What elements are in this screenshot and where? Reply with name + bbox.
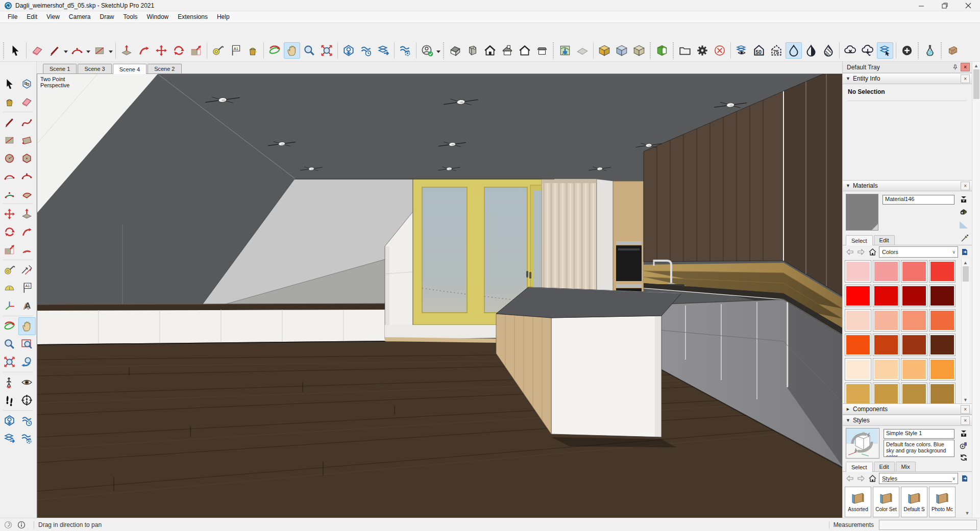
rectangle-tool[interactable]: [1, 131, 18, 149]
color-swatch[interactable]: [845, 334, 871, 356]
forward-arrow-icon[interactable]: [856, 474, 866, 483]
toolbar-grip[interactable]: [3, 42, 5, 59]
materials-tab-select[interactable]: Select: [846, 235, 873, 245]
cloud-remove-icon[interactable]: [842, 42, 859, 59]
color-swatch[interactable]: [873, 358, 899, 381]
paint-bucket-tool[interactable]: [1, 93, 18, 111]
layers-share-icon[interactable]: [375, 42, 391, 59]
home-icon[interactable]: [868, 247, 877, 257]
minimize-button[interactable]: [910, 0, 933, 11]
view-home-icon[interactable]: [482, 42, 498, 59]
view-box-icon[interactable]: [464, 42, 481, 59]
scene-tab-scene-1[interactable]: Scene 1: [43, 64, 77, 73]
move-tool[interactable]: [153, 42, 169, 59]
text-tool[interactable]: A1: [227, 42, 243, 59]
materials-header[interactable]: ▼ Materials ×: [843, 180, 972, 191]
styles-collection-dropdown[interactable]: Styles∨: [879, 473, 958, 484]
rectangle-tool[interactable]: [91, 42, 108, 59]
menu-draw[interactable]: Draw: [95, 12, 119, 22]
offset-tool[interactable]: [18, 241, 36, 259]
home-icon[interactable]: [868, 474, 877, 483]
restore-button[interactable]: [933, 0, 957, 11]
scale-tool[interactable]: [188, 42, 204, 59]
tape-measure-tool[interactable]: [1, 261, 18, 279]
scale-tool[interactable]: [1, 241, 18, 259]
open-folder-icon[interactable]: [677, 42, 693, 59]
tray-close-button[interactable]: ×: [961, 63, 970, 71]
wood-material-icon[interactable]: [945, 42, 961, 59]
pan-tool[interactable]: [18, 317, 36, 335]
color-swatch[interactable]: [845, 285, 871, 307]
color-swatch[interactable]: [929, 358, 955, 381]
zoom-extents-tool[interactable]: [318, 42, 335, 59]
create-style-icon[interactable]: [960, 441, 968, 451]
extension-wavy-gear-icon[interactable]: [397, 42, 413, 59]
back-arrow-icon[interactable]: [845, 474, 854, 483]
axes-tool[interactable]: [1, 297, 18, 315]
secondary-pane-icon[interactable]: [960, 429, 968, 439]
color-swatch[interactable]: [901, 309, 927, 332]
zoom-extents-tool[interactable]: [1, 353, 18, 371]
viewport[interactable]: Two Point Perspective: [37, 74, 842, 518]
zoom-tool[interactable]: [1, 335, 18, 353]
account-icon[interactable]: [419, 42, 435, 59]
rotate-tool[interactable]: [1, 223, 18, 241]
extension-wavy-gear-icon[interactable]: [18, 429, 36, 447]
orbit-tool[interactable]: [1, 317, 18, 335]
arc-tool[interactable]: [69, 42, 85, 59]
secondary-pane-icon[interactable]: [960, 195, 968, 205]
materials-collection-dropdown[interactable]: Colors∨: [879, 246, 958, 258]
menu-window[interactable]: Window: [142, 12, 174, 22]
settings-gear-icon[interactable]: [694, 42, 710, 59]
color-swatch[interactable]: [901, 383, 927, 403]
color-swatch[interactable]: [873, 383, 899, 403]
color-swatch[interactable]: [873, 285, 899, 307]
view-iso-icon[interactable]: [447, 42, 463, 59]
opacity-75-icon[interactable]: 75: [768, 42, 785, 59]
create-material-icon[interactable]: [959, 207, 968, 218]
toolbar-grip[interactable]: [649, 42, 652, 59]
color-swatch[interactable]: [929, 309, 955, 332]
color-swatch[interactable]: [873, 309, 899, 332]
tape-measure-tool[interactable]: [210, 42, 226, 59]
extension-wavy-clock-icon[interactable]: [18, 412, 36, 429]
arc-tool-dropdown[interactable]: [86, 44, 91, 59]
geolocation-status-icon[interactable]: [3, 520, 13, 530]
two-point-arc-tool[interactable]: [18, 167, 36, 185]
color-swatch[interactable]: [901, 285, 927, 307]
scene-tab-scene-3[interactable]: Scene 3: [78, 64, 111, 73]
menu-camera[interactable]: Camera: [64, 12, 95, 22]
drop-full-icon[interactable]: [786, 42, 802, 59]
styles-tab-select[interactable]: Select: [846, 462, 873, 472]
circle-tool[interactable]: [1, 149, 18, 167]
pan-tool[interactable]: [284, 42, 300, 59]
pin-icon[interactable]: [951, 63, 959, 71]
menu-view[interactable]: View: [42, 12, 64, 22]
warehouse-download-icon[interactable]: [340, 42, 357, 59]
toolbar-grip[interactable]: [443, 42, 445, 59]
move-tool[interactable]: [1, 205, 18, 223]
scene-tab-scene-4[interactable]: Scene 4: [113, 64, 146, 74]
menu-file[interactable]: File: [3, 12, 22, 22]
layers-share-icon[interactable]: [1, 429, 18, 447]
drop-hatch-icon[interactable]: [820, 42, 837, 59]
arc-tool[interactable]: [1, 167, 18, 185]
scene-tab-scene-2[interactable]: Scene 2: [148, 64, 181, 73]
model-canvas[interactable]: [37, 74, 842, 518]
measurements-input[interactable]: [879, 520, 977, 530]
walk-tool[interactable]: [1, 391, 18, 409]
materials-scrollbar[interactable]: ▲ ▼: [961, 259, 969, 403]
style-cube-blue-icon[interactable]: [614, 42, 630, 59]
color-swatch[interactable]: [845, 309, 871, 332]
rotate-tool[interactable]: [170, 42, 187, 59]
select-tool[interactable]: [1, 75, 18, 93]
close-button[interactable]: [957, 0, 980, 11]
line-tool[interactable]: [1, 113, 18, 131]
orbit-tool[interactable]: [266, 42, 283, 59]
materials-close-button[interactable]: ×: [961, 182, 970, 190]
color-swatch[interactable]: [901, 260, 927, 283]
pushpull-tool[interactable]: [118, 42, 135, 59]
toolbar-grip[interactable]: [917, 42, 920, 59]
look-around-tool[interactable]: [18, 373, 36, 391]
styles-tab-edit[interactable]: Edit: [874, 462, 895, 471]
